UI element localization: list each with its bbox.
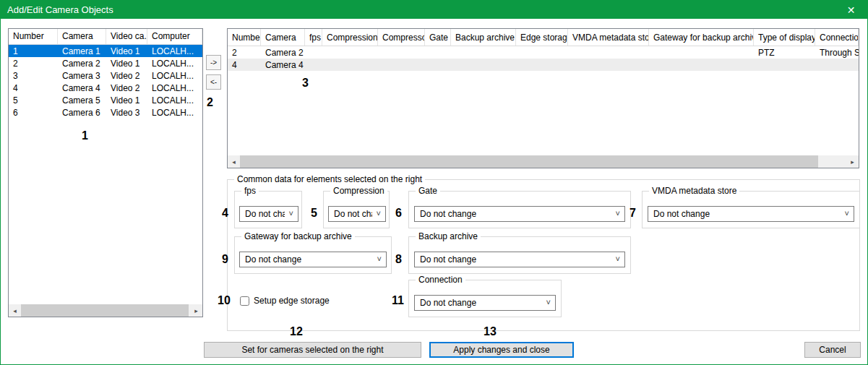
- move-right-button[interactable]: ->: [206, 55, 221, 70]
- scroll-right-icon[interactable]: ▸: [846, 155, 859, 168]
- cell-video: Video 1: [106, 59, 147, 69]
- setup-edge-storage-checkbox[interactable]: [240, 296, 249, 306]
- cell-computer: LOCALH...: [147, 95, 202, 106]
- table-row[interactable]: 5 Camera 5 Video 1 LOCALH...: [9, 94, 202, 106]
- compression-dropdown[interactable]: Do not cha ˅: [328, 206, 386, 222]
- annotation-callout-4: 4: [222, 207, 228, 220]
- cell-number: 4: [9, 83, 58, 93]
- gate-dropdown-value: Do not change: [420, 209, 476, 219]
- connection-dropdown[interactable]: Do not change ˅: [414, 295, 556, 311]
- horizontal-scrollbar[interactable]: ◂ ▸: [9, 304, 202, 317]
- cell-computer: LOCALH...: [147, 46, 202, 56]
- cell-computer: LOCALH...: [147, 71, 202, 81]
- column-header-video-capture[interactable]: Video ca...: [106, 29, 147, 44]
- cell-number: 2: [228, 48, 261, 58]
- cell-computer: LOCALH...: [147, 59, 202, 69]
- vmda-metadata-store-dropdown-value: Do not change: [653, 209, 710, 219]
- move-left-button[interactable]: <-: [206, 74, 221, 90]
- cell-camera: Camera 6: [58, 108, 106, 118]
- cell-video: Video 1: [106, 95, 147, 106]
- column-header-camera[interactable]: Camera: [261, 29, 305, 46]
- annotation-callout-1: 1: [82, 129, 88, 142]
- annotation-callout-6: 6: [395, 207, 402, 220]
- column-header-edge-storage[interactable]: Edge storage: [516, 29, 568, 46]
- common-data-groupbox-label: Common data for elements selected on the…: [234, 174, 425, 184]
- fps-dropdown-value: Do not cha: [245, 209, 285, 219]
- column-header-number[interactable]: Number: [9, 29, 58, 44]
- table-row[interactable]: 3 Camera 3 Video 2 LOCALH...: [9, 69, 202, 82]
- gate-dropdown[interactable]: Do not change ˅: [414, 206, 625, 222]
- chevron-down-icon: ˅: [616, 209, 620, 218]
- scroll-right-icon[interactable]: ▸: [190, 304, 202, 317]
- backup-archive-dropdown[interactable]: Do not change ˅: [414, 252, 625, 267]
- table-row[interactable]: 4 Camera 4 Video 2 LOCALH...: [9, 82, 202, 94]
- column-header-backup-archive[interactable]: Backup archive: [451, 29, 516, 46]
- column-header-connection[interactable]: Connection: [815, 29, 859, 46]
- cell-camera: Camera 1: [58, 46, 106, 56]
- vmda-metadata-store-groupbox: VMDA metadata store Do not change ˅: [642, 191, 860, 228]
- cell-number: 5: [9, 95, 58, 106]
- chevron-down-icon: ˅: [289, 209, 293, 218]
- gateway-for-backup-archive-dropdown-value: Do not change: [245, 254, 301, 265]
- cell-number: 3: [9, 71, 58, 81]
- common-data-groupbox: Common data for elements selected on the…: [227, 179, 860, 331]
- column-header-camera[interactable]: Camera: [58, 29, 106, 44]
- annotation-callout-13: 13: [484, 325, 497, 338]
- vmda-metadata-store-dropdown[interactable]: Do not change ˅: [648, 206, 854, 222]
- close-button[interactable]: ✕: [835, 1, 867, 19]
- cell-camera: Camera 4: [261, 60, 305, 70]
- column-header-number[interactable]: Number: [228, 29, 261, 46]
- column-header-compression[interactable]: Compression: [322, 29, 378, 46]
- table-row[interactable]: 6 Camera 6 Video 3 LOCALH...: [9, 106, 202, 119]
- cell-connection: Through Se: [815, 48, 859, 58]
- scroll-thumb[interactable]: [21, 304, 189, 317]
- column-header-compressor[interactable]: Compressor: [378, 29, 425, 46]
- cell-number: 4: [228, 60, 261, 70]
- close-icon: ✕: [847, 4, 856, 16]
- annotation-callout-11: 11: [392, 294, 404, 307]
- setup-edge-storage-row: Setup edge storage: [240, 296, 330, 306]
- column-header-vmda-metadata-store[interactable]: VMDA metadata store: [568, 29, 649, 46]
- annotation-callout-9: 9: [222, 253, 228, 266]
- fps-dropdown[interactable]: Do not cha ˅: [239, 206, 298, 222]
- gateway-for-backup-archive-dropdown[interactable]: Do not change ˅: [239, 252, 387, 267]
- compression-groupbox-label: Compression: [330, 186, 387, 196]
- annotation-callout-8: 8: [395, 253, 402, 266]
- apply-changes-and-close-button[interactable]: Apply changes and close: [429, 342, 574, 358]
- annotation-callout-2: 2: [207, 96, 213, 109]
- column-header-gate[interactable]: Gate: [425, 29, 451, 46]
- horizontal-scrollbar[interactable]: ◂ ▸: [228, 155, 859, 168]
- cell-camera: Camera 4: [58, 83, 106, 93]
- cell-type-of-display: PTZ: [754, 48, 815, 58]
- set-for-cameras-button[interactable]: Set for cameras selected on the right: [204, 342, 421, 358]
- backup-archive-groupbox: Backup archive Do not change ˅: [408, 236, 631, 274]
- table-row[interactable]: 4 Camera 4: [228, 59, 859, 71]
- chevron-down-icon: ˅: [546, 298, 551, 306]
- connection-groupbox: Connection Do not change ˅: [408, 280, 562, 317]
- selected-cameras-table: Number Camera fps Compression Compressor…: [227, 28, 859, 168]
- column-header-type-of-display[interactable]: Type of display: [754, 29, 815, 46]
- table-row[interactable]: 2 Camera 2 PTZ Through Se: [228, 46, 859, 59]
- gateway-for-backup-archive-groupbox: Gateway for backup archive Do not change…: [234, 236, 392, 274]
- chevron-down-icon: ˅: [616, 254, 620, 263]
- annotation-callout-3: 3: [302, 77, 309, 90]
- cancel-button[interactable]: Cancel: [804, 342, 861, 358]
- gate-groupbox: Gate Do not change ˅: [408, 191, 631, 228]
- annotation-callout-7: 7: [629, 207, 636, 220]
- table-row[interactable]: 2 Camera 2 Video 1 LOCALH...: [9, 57, 202, 69]
- annotation-callout-10: 10: [218, 294, 231, 307]
- scroll-left-icon[interactable]: ◂: [9, 304, 21, 317]
- column-header-gateway-for-backup-archive[interactable]: Gateway for backup archive: [649, 29, 754, 46]
- gate-groupbox-label: Gate: [416, 186, 440, 196]
- column-header-fps[interactable]: fps: [305, 29, 322, 46]
- cell-computer: LOCALH...: [147, 83, 202, 93]
- scroll-thumb[interactable]: [240, 155, 818, 168]
- table-row[interactable]: 1 Camera 1 Video 1 LOCALH...: [9, 45, 202, 57]
- backup-archive-groupbox-label: Backup archive: [416, 231, 481, 241]
- cell-video: Video 3: [106, 108, 147, 118]
- vmda-metadata-store-groupbox-label: VMDA metadata store: [649, 186, 739, 196]
- setup-edge-storage-label[interactable]: Setup edge storage: [254, 296, 330, 306]
- scroll-left-icon[interactable]: ◂: [228, 155, 240, 168]
- column-header-computer[interactable]: Computer: [147, 29, 202, 44]
- all-cameras-table: Number Camera Video ca... Computer 1 Cam…: [8, 28, 203, 317]
